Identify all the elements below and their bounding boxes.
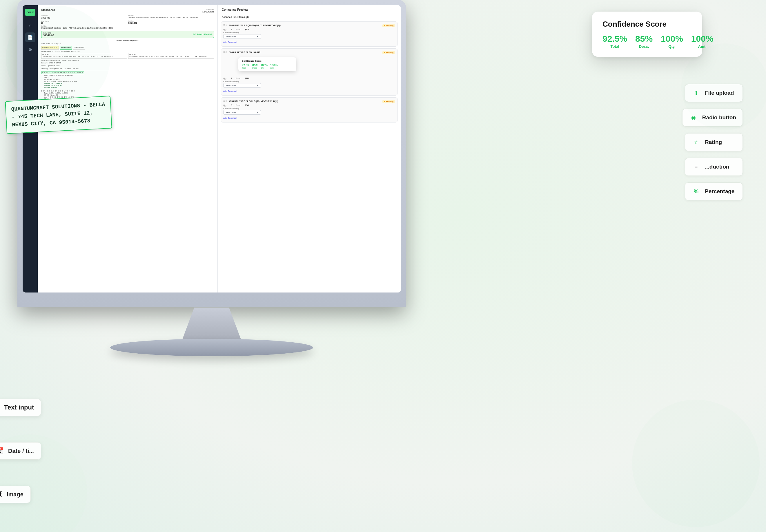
doc-sold-to-text: QUANTUMCRAFT SOLUTIONS - BELLA 745 TECH … [42,56,112,58]
select-date-text-2: Select Date [226,85,236,87]
select-date-chevron-2: ▾ [257,84,258,87]
metric-desc-value: 85% [635,34,653,43]
radio-button-icon: ◉ [689,113,698,122]
price-val-2: $180 [245,77,250,79]
line-item-1: ☰ 1 1048 BLK 224 A 7 QR GD (G4; TURBOMTY… [221,21,398,47]
inline-metric-2-lbl: Desc. [252,67,258,69]
inline-confidence-popup: Confidence Score 92.5% Total 85% Desc. [238,57,296,71]
doc-run: Run: 2022 1216 Page 1 [41,43,214,45]
monitor-bezel: COPIX ⌂ 📄 ⚙ 343968-001 Ship Date [17,0,406,307]
doc-po-number: 354263-002 [73,46,85,50]
date-input-label: Date / ti... [8,448,34,454]
qty-val-2: 2 [231,77,232,79]
order-details-grid: Order No. 1089486 Ship to Stellarink Inn… [41,15,214,29]
inline-metric-4-lbl: Amt. [270,67,278,69]
doc-columns: Line Qty Description Tot List Disc. Tot … [41,68,214,71]
doc-received-date: 11/10/2023 [60,46,72,50]
add-comment-btn-1[interactable]: Add Comment [223,41,237,44]
metric-qty: 100% Qty. [661,34,683,49]
select-date-btn-2[interactable]: Select Date ▾ [223,83,261,88]
qty-label-3: Qty: [223,104,227,106]
doc-phone: Phone : (703)546-8469 [41,65,214,67]
inline-metric-2: 85% Desc. [252,64,258,69]
pending-dot-1 [384,25,385,26]
rating-card[interactable]: ☆ Rating [685,133,743,151]
line-item-1-header: ☰ 1 1048 BLK 224 A 7 QR GD (G4; TURBOMTY… [223,24,395,27]
inline-metric-1: 92.5% Total [242,64,250,69]
select-date-btn-3[interactable]: Select Date ▾ [223,110,261,115]
line-item-1-desc: 1048 BLK 224 A 7 QR GD (G4; TURBOMTYVHD(… [229,24,281,27]
confirmed-delivery-label-3: Confirmed Delivery [223,107,395,109]
doc-po-row: Distributor P.O. 11/10/2023 354263-002 [41,46,214,50]
sidebar-item-documents[interactable]: 📄 [25,32,35,42]
select-date-chevron-3: ▾ [257,111,258,114]
po-total: PO Total: $949.90 [193,33,212,36]
text-input-showcase[interactable]: ≡ Text input [0,399,41,416]
line-item-2-status: Pending [382,51,395,54]
metric-total-value: 92.5% [603,34,627,43]
metric-desc-label: Desc. [635,44,653,49]
qty-val-1: 3 [231,28,232,30]
line-item-2-header: ☰ 2 5846 SLH 707 P 21 BW LG (H8; Pending [223,51,395,54]
qty-label-1: Qty: [223,28,227,30]
metric-qty-value: 100% [661,34,683,43]
inline-metrics-row: 92.5% Total 85% Desc. 100% Qty. [242,64,293,69]
pending-label-3: Pending [386,100,393,103]
date-input-showcase[interactable]: 📅 Date / ti... [0,442,41,460]
metric-amt-label: Amt. [691,44,714,49]
add-comment-btn-2[interactable]: Add Comment [223,89,237,93]
file-upload-card[interactable]: ⬆ File upload [685,84,743,102]
price-val-1: $210 [245,28,250,30]
doc-line2-text: 2 DF 1-3/8 C 16 CM ED 3-0 x 7-0 K WOB Y [41,90,75,92]
qty-label-2: Qty: [223,77,227,79]
line-item-3: ☰ 3 4756 UPL 782 P 21 GC LG (T$; VENTURI… [221,97,398,123]
price-label-1: Price: [236,28,241,30]
image-label: Image [7,491,23,498]
sidebar-item-settings[interactable]: ⚙ [25,45,35,54]
instruction-card[interactable]: ≡ ...duction [685,158,743,176]
date-input-icon: 📅 [0,447,3,455]
line-item-2-num: ☰ 2 [223,51,227,53]
percentage-icon: % [692,187,701,196]
doc-mfg: Manufacturing Location: FARGO, NORTH DAK… [41,60,214,62]
ack-total-value: $1340.96 [43,34,54,37]
sidebar-item-home[interactable]: ⌂ [25,20,35,30]
doc-distributor-po: Distributor P.O. [41,46,59,50]
add-comment-btn-3[interactable]: Add Comment [223,116,237,120]
metric-amt: 100% Amt. [691,34,714,49]
price-val-3: $340 [245,104,250,106]
inline-metric-1-val: 92.5% [242,64,250,67]
rating-icon: ☆ [692,138,701,147]
line-item-3-desc: 4756 UPL 782 P 21 GC LG (T$; VENTURIXHD(… [229,100,278,103]
instruction-icon: ≡ [692,162,701,171]
radio-button-card[interactable]: ◉ Radio button [682,109,743,127]
ack-total-label: Ack. Total [43,32,54,34]
comsense-panel: Comsense Preview Scanned Line Items (3) … [218,5,401,292]
percentage-card[interactable]: % Percentage [685,182,743,200]
document-area: 343968-001 Ship Date 11/10/2023 Order No… [38,5,218,292]
ack-total-strip: Ack. Total $1340.96 PO Total: $949.90 [41,31,214,38]
main-content: 343968-001 Ship Date 11/10/2023 Order No… [38,5,401,292]
image-showcase[interactable]: 🖼 Image [0,486,31,503]
ship-date-value: 11/10/2023 [203,10,214,13]
line-item-2-desc: 5846 SLH 707 P 21 BW LG (H8; [229,51,261,54]
comsense-title: Comsense Preview [218,5,401,13]
line-item-1-num: ☰ 1 [223,24,227,26]
instruction-label: ...duction [705,164,729,170]
confirmed-delivery-label-2: Confirmed Delivery [223,81,395,83]
doc-amounts1: $369.00 60.2% $146.86 $154.00 62.6% $57.… [44,83,214,89]
inline-metric-2-val: 85% [252,64,258,67]
qty-val-3: 3 [231,104,232,106]
inline-metric-1-lbl: Total [242,67,250,69]
doc-title: Order Acknowledgement [41,40,214,42]
line-items-value: 20 [41,22,127,24]
inline-metric-3: 100% Qty. [260,64,268,69]
qty-price-3: Qty: 3 Price: $340 [223,104,395,106]
metric-total: 92.5% Total [603,34,627,49]
price-label-3: Price: [236,104,241,106]
pending-label-1: Pending [386,25,393,27]
pending-dot-2 [384,52,385,53]
select-date-btn-1[interactable]: Select Date ▾ [223,34,261,39]
rating-label: Rating [705,139,722,145]
select-date-text-1: Select Date [226,36,236,38]
